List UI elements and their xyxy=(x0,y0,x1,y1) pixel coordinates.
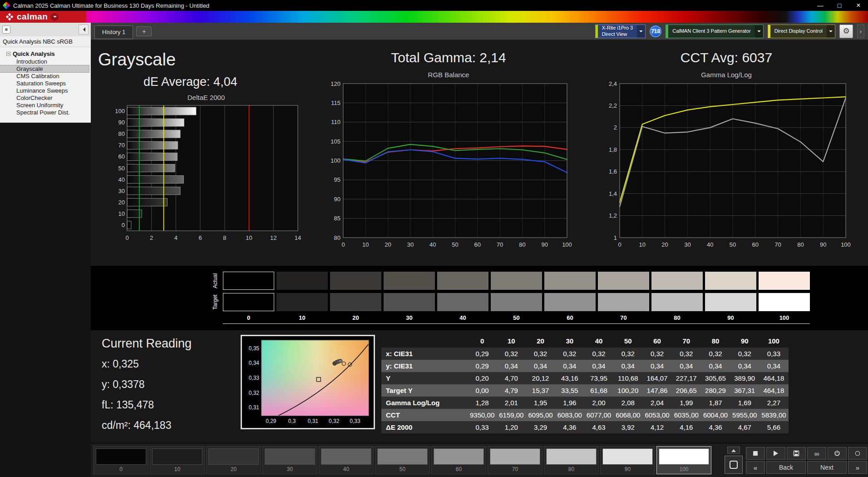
table-cell: 0,34 xyxy=(759,360,788,372)
maximize-button[interactable]: □ xyxy=(830,0,849,11)
tab-history-1[interactable]: History 1 xyxy=(94,25,133,39)
table-cell: 147,86 xyxy=(642,384,671,397)
gamma-chart-title: Gamma Log/Log xyxy=(701,71,752,79)
chevron-down-icon xyxy=(53,16,57,20)
row-label: CCT xyxy=(381,409,468,421)
add-tab-button[interactable]: + xyxy=(136,26,152,36)
next-button[interactable]: Next xyxy=(807,461,847,474)
play-button[interactable] xyxy=(766,447,785,460)
close-button[interactable]: × xyxy=(849,0,868,11)
hardware-toolbar: X-Rite i1Pro 3 Direct View 718 CalMAN Cl… xyxy=(595,25,864,38)
meter-dropdown[interactable]: X-Rite i1Pro 3 Direct View xyxy=(595,25,646,38)
sidebar-item-colorchecker[interactable]: ColorChecker xyxy=(0,94,89,101)
last-button[interactable]: » xyxy=(848,461,867,474)
pattern-level-button-10[interactable]: 10 xyxy=(150,446,205,474)
svg-text:100: 100 xyxy=(562,241,572,248)
tab-strip: History 1 + X-Rite i1Pro 3 Direct View 7… xyxy=(91,23,868,40)
pattern-generator-dropdown[interactable]: CalMAN Client 3 Pattern Generator xyxy=(666,25,763,38)
svg-text:4: 4 xyxy=(174,234,178,241)
svg-text:0: 0 xyxy=(341,241,345,248)
pattern-level-button-70[interactable]: 70 xyxy=(488,446,542,474)
table-column-header-0: 0 xyxy=(468,334,497,348)
meter-mode: Direct View xyxy=(602,31,633,37)
pin-icon xyxy=(5,28,8,31)
table-column-header-50: 50 xyxy=(613,334,642,348)
target-swatch-0 xyxy=(223,293,274,311)
pattern-extra-button[interactable] xyxy=(848,447,867,460)
save-button[interactable] xyxy=(787,447,806,460)
table-cell: 0,32 xyxy=(584,348,613,360)
table-column-header-10: 10 xyxy=(497,334,526,348)
table-cell: 2,00 xyxy=(584,397,613,409)
table-cell: 43,16 xyxy=(555,372,584,384)
sidebar-item-spectral-power-dist[interactable]: Spectral Power Dist. xyxy=(0,109,89,116)
row-label: x: CIE31 xyxy=(381,348,468,360)
toolbar-more-button[interactable]: › xyxy=(857,25,864,38)
pattern-window-icon xyxy=(730,461,738,469)
loop-button[interactable]: ∞ xyxy=(807,447,826,460)
table-cell: 61,68 xyxy=(584,384,613,397)
titlebar: Calman 2025 Calman Ultimate for Business… xyxy=(0,0,868,11)
tree-root-row[interactable]: Quick Analysis xyxy=(0,50,91,58)
sidebar-item-screen-uniformity[interactable]: Screen Uniformity xyxy=(0,102,89,109)
table-cell: 3,29 xyxy=(526,421,555,433)
svg-text:40: 40 xyxy=(429,241,435,248)
sidebar-collapse-button[interactable] xyxy=(79,25,89,35)
tree-expander-icon[interactable] xyxy=(6,52,10,56)
pattern-window-button[interactable] xyxy=(725,456,743,474)
minimize-button[interactable]: — xyxy=(811,0,830,11)
svg-text:0: 0 xyxy=(125,234,128,241)
sidebar-item-cms-calibration[interactable]: CMS Calibration xyxy=(0,73,89,80)
patch-swatch xyxy=(659,448,709,465)
patch-swatch xyxy=(377,448,428,465)
gamma-line-chart: 11,21,41,61,822,22,401020304050607080901… xyxy=(602,80,851,250)
svg-text:1,8: 1,8 xyxy=(609,146,617,153)
table-cell: 4,63 xyxy=(584,421,613,433)
calman-app-window: Calman 2025 Calman Ultimate for Business… xyxy=(0,0,868,477)
cie-scatter-chart: 0,290,30,310,320,330,310,320,330,340,35 xyxy=(243,338,372,427)
sidebar-item-grayscale[interactable]: Grayscale xyxy=(0,65,89,72)
svg-text:90: 90 xyxy=(118,119,125,126)
table-cell: 1,95 xyxy=(526,397,555,409)
calman-logo-chip[interactable]: calman xyxy=(0,11,86,23)
svg-text:120: 120 xyxy=(330,80,340,87)
svg-text:70: 70 xyxy=(774,241,781,248)
first-button[interactable]: « xyxy=(746,461,765,474)
chevron-left-icon xyxy=(81,27,85,32)
table-cell: 0,32 xyxy=(613,348,642,360)
svg-text:30: 30 xyxy=(118,188,125,194)
chevron-right-icon: › xyxy=(860,28,862,35)
sidebar-item-luminance-sweeps[interactable]: Luminance Sweeps xyxy=(0,87,89,94)
pattern-level-button-40[interactable]: 40 xyxy=(319,446,374,474)
sidebar-item-saturation-sweeps[interactable]: Saturation Sweeps xyxy=(0,80,89,87)
chevron-down-icon xyxy=(827,25,835,38)
table-cell: 464,18 xyxy=(759,384,788,397)
stop-button[interactable] xyxy=(746,447,765,460)
pattern-level-button-80[interactable]: 80 xyxy=(544,446,599,474)
pattern-level-button-90[interactable]: 90 xyxy=(600,446,655,474)
sidebar-item-introduction[interactable]: Introduction xyxy=(0,58,89,65)
table-cell: 0,34 xyxy=(730,360,759,372)
pattern-level-button-60[interactable]: 60 xyxy=(431,446,486,474)
settings-button[interactable]: ⚙ xyxy=(839,25,853,38)
table-cell: 1,69 xyxy=(730,397,759,409)
pattern-level-button-100[interactable]: 100 xyxy=(656,446,711,474)
pattern-level-button-50[interactable]: 50 xyxy=(375,446,430,474)
grayscale-swatch-grid: ActualTarget0102030405060708090100 xyxy=(210,272,868,324)
sidebar: Quick Analysis NBC sRGB Quick Analysis I… xyxy=(0,23,91,477)
pattern-up-button[interactable] xyxy=(727,447,740,454)
back-button[interactable]: Back xyxy=(766,461,806,474)
pattern-level-button-30[interactable]: 30 xyxy=(262,446,317,474)
pin-button[interactable] xyxy=(2,25,10,34)
stop-icon xyxy=(753,451,758,456)
table-cell: 110,68 xyxy=(613,372,642,384)
power-button[interactable] xyxy=(828,447,847,460)
table-cell: 0,29 xyxy=(468,360,497,372)
pattern-level-button-0[interactable]: 0 xyxy=(94,446,148,474)
swatch-label-90: 90 xyxy=(705,314,756,321)
brand-menu-button[interactable] xyxy=(51,13,59,21)
actual-swatch-60 xyxy=(544,272,596,290)
display-control-dropdown[interactable]: Direct Display Control xyxy=(768,25,835,38)
pattern-level-button-20[interactable]: 20 xyxy=(206,446,261,474)
svg-text:80: 80 xyxy=(118,130,125,137)
